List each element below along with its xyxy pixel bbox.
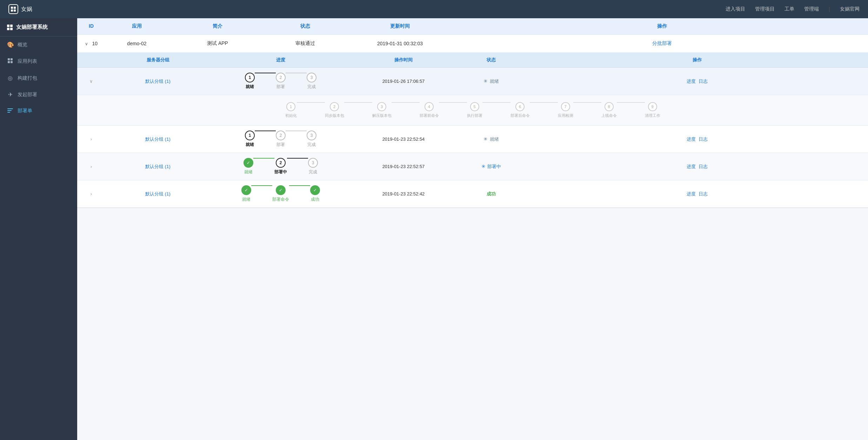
sub-progress-2: 1 就绪 2 部署 3 完成 bbox=[211, 126, 351, 153]
sub-th-server-group: 服务器分组 bbox=[105, 53, 211, 67]
step-label-1-2: 部署 bbox=[276, 84, 285, 90]
progress-link-3[interactable]: 进度 bbox=[687, 164, 696, 170]
nine-step-8: 8 上线命令 bbox=[601, 102, 617, 118]
launch-icon: ✈ bbox=[7, 91, 13, 98]
sub-progress-1: 1 就绪 2 部署 3 完成 bbox=[211, 68, 351, 95]
sub-status-text-2: 就绪 bbox=[490, 136, 499, 142]
sidebar-item-overview[interactable]: 🎨 概览 bbox=[0, 36, 77, 53]
nine-label-2: 同步版本包 bbox=[325, 113, 344, 118]
step-4-2: ✓ 部署命令 bbox=[272, 185, 289, 202]
sidebar-item-build-package[interactable]: ◎ 构建打包 bbox=[0, 70, 77, 86]
log-link-4[interactable]: 日志 bbox=[699, 191, 708, 197]
step-4-1: ✓ 就绪 bbox=[241, 185, 251, 202]
log-link-3[interactable]: 日志 bbox=[699, 164, 708, 170]
sub-progress-4: ✓ 就绪 ✓ 部署命令 ✓ 成功 bbox=[211, 180, 351, 207]
sidebar-item-deploy-order[interactable]: 部署单 bbox=[0, 103, 77, 119]
step-circle-2-2: 2 bbox=[276, 131, 286, 140]
svg-rect-2 bbox=[11, 9, 13, 12]
nine-circle-2: 2 bbox=[330, 102, 339, 111]
sub-status-2: ✳ 就绪 bbox=[456, 131, 526, 147]
step-label-3-2: 部署中 bbox=[274, 169, 287, 175]
logo: 女娲 bbox=[8, 4, 32, 14]
svg-rect-4 bbox=[8, 58, 10, 60]
th-id: ID bbox=[77, 18, 105, 34]
nine-step-7: 7 应用检测 bbox=[558, 102, 573, 118]
top-nav: 女娲 进入项目 管理项目 工单 管理端 | 女娲官网 bbox=[0, 0, 868, 18]
main-action-deploy[interactable]: 分批部署 bbox=[652, 40, 672, 46]
nine-label-8: 上线命令 bbox=[601, 113, 617, 118]
step-3-2: 2 部署中 bbox=[274, 158, 287, 175]
step-label-4-2: 部署命令 bbox=[272, 196, 289, 202]
step-circle-1-2: 2 bbox=[276, 73, 286, 82]
td-app: demo-02 bbox=[105, 35, 168, 52]
step-4-3: ✓ 成功 bbox=[310, 185, 320, 202]
step-label-3-1: 就绪 bbox=[244, 169, 253, 175]
step-circle-3-2: 2 bbox=[276, 158, 286, 168]
sub-time-3: 2019-01-23 22:52:57 bbox=[351, 159, 456, 174]
sidebar-item-app-list[interactable]: 应用列表 bbox=[0, 53, 77, 70]
nine-circle-6: 6 bbox=[515, 102, 525, 111]
sub-group-4[interactable]: 默认分组 (1) bbox=[105, 186, 211, 202]
nav-manage-project[interactable]: 管理项目 bbox=[755, 6, 775, 12]
overview-icon: 🎨 bbox=[7, 41, 13, 48]
progress-link-2[interactable]: 进度 bbox=[687, 136, 696, 142]
top-nav-links: 进入项目 管理项目 工单 管理端 | 女娲官网 bbox=[726, 6, 860, 12]
sub-progress-3: ✓ 就绪 2 部署中 3 完成 bbox=[211, 153, 351, 180]
sub-actions-4: 进度 日志 bbox=[526, 186, 868, 202]
nine-step-3: 3 解压版本包 bbox=[372, 102, 392, 118]
sub-expand-3[interactable]: › bbox=[77, 159, 105, 174]
td-status: 审核通过 bbox=[267, 35, 344, 52]
action-links-1: 进度 日志 bbox=[532, 78, 862, 85]
th-status: 状态 bbox=[267, 18, 344, 34]
logo-icon bbox=[8, 4, 18, 14]
td-action[interactable]: 分批部署 bbox=[456, 35, 868, 52]
sub-status-text-3: 部署中 bbox=[487, 164, 501, 169]
step-circle-2-3: 3 bbox=[307, 131, 316, 140]
nav-enter-project[interactable]: 进入项目 bbox=[726, 6, 745, 12]
nav-workorder[interactable]: 工单 bbox=[784, 6, 794, 12]
step-circle-1-1: 1 bbox=[245, 73, 255, 82]
sub-group-3[interactable]: 默认分组 (1) bbox=[105, 159, 211, 175]
progress-link-4[interactable]: 进度 bbox=[687, 191, 696, 197]
sidebar-item-launch-deploy[interactable]: ✈ 发起部署 bbox=[0, 86, 77, 103]
td-expand[interactable]: ∨ 10 bbox=[77, 35, 105, 52]
step-circle-1-3: 3 bbox=[307, 73, 316, 82]
log-link-2[interactable]: 日志 bbox=[699, 136, 708, 142]
sidebar-system-icon bbox=[7, 25, 13, 30]
sub-group-1[interactable]: 默认分组 (1) bbox=[105, 73, 211, 89]
step-line-1-2 bbox=[286, 73, 307, 73]
sub-expand-2[interactable]: › bbox=[77, 132, 105, 147]
td-desc: 测试 APP bbox=[168, 35, 267, 52]
svg-rect-6 bbox=[8, 61, 10, 63]
progress-link-1[interactable]: 进度 bbox=[687, 78, 696, 85]
step-label-1-3: 完成 bbox=[307, 84, 316, 90]
th-app: 应用 bbox=[105, 18, 168, 34]
nine-line-8 bbox=[617, 102, 645, 103]
nav-admin[interactable]: 管理端 bbox=[804, 6, 819, 12]
nine-label-4: 部署前命令 bbox=[420, 113, 439, 118]
step-label-4-1: 就绪 bbox=[242, 196, 251, 202]
action-links-2: 进度 日志 bbox=[532, 136, 862, 142]
sub-expand-1[interactable]: ∨ bbox=[77, 74, 105, 89]
nine-circle-4: 4 bbox=[425, 102, 434, 111]
nav-official-site[interactable]: 女娲官网 bbox=[840, 6, 860, 12]
sub-actions-2: 进度 日志 bbox=[526, 131, 868, 147]
sub-group-2[interactable]: 默认分组 (1) bbox=[105, 131, 211, 147]
step-circle-3-3: 3 bbox=[308, 158, 318, 168]
nine-circle-5: 5 bbox=[470, 102, 479, 111]
deploy-order-icon bbox=[7, 108, 13, 114]
sub-actions-1: 进度 日志 bbox=[526, 73, 868, 89]
sub-expand-4[interactable]: › bbox=[77, 186, 105, 201]
sidebar-label-launch: 发起部署 bbox=[18, 92, 37, 98]
nine-label-7: 应用检测 bbox=[558, 113, 573, 118]
nine-line-6 bbox=[530, 102, 558, 103]
progress-steps-1: 1 就绪 2 部署 3 完成 bbox=[216, 73, 345, 90]
nine-circle-9: 9 bbox=[648, 102, 657, 111]
svg-rect-9 bbox=[7, 110, 12, 111]
sub-time-2: 2019-01-23 22:52:54 bbox=[351, 132, 456, 147]
log-link-1[interactable]: 日志 bbox=[699, 78, 708, 85]
main-table: ID 应用 简介 状态 更新时间 操作 ∨ 10 demo-02 测试 APP … bbox=[77, 18, 868, 208]
step-circle-4-2: ✓ bbox=[276, 185, 286, 195]
sub-status-1: ✳ 就绪 bbox=[456, 73, 526, 89]
sidebar: 女娲部署系统 🎨 概览 应用列表 ◎ 构建打包 ✈ 发起部署 bbox=[0, 18, 77, 440]
